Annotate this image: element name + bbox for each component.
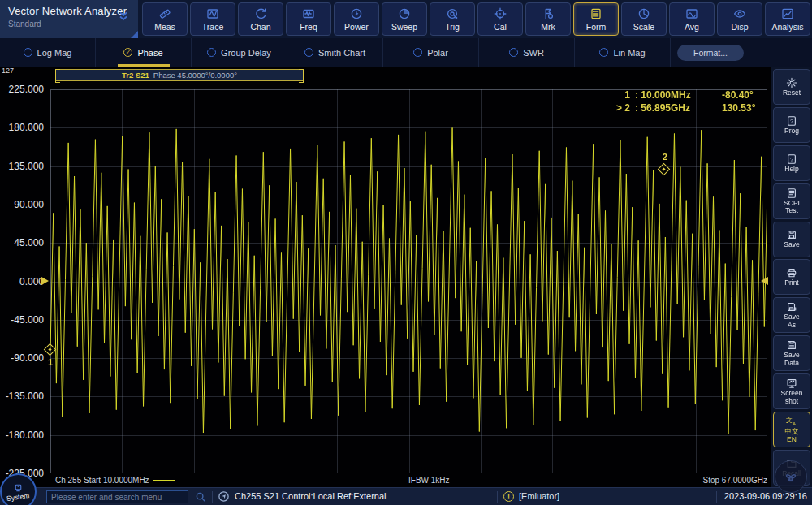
y-tick-label: -180.000 xyxy=(6,429,44,441)
toolbar-button-mrk[interactable]: Mrk xyxy=(525,2,571,36)
toolbar-button-scale[interactable]: Scale xyxy=(621,2,667,36)
toolbar-button-cal[interactable]: Cal xyxy=(477,2,523,36)
toolbar-button-form[interactable]: Form xyxy=(573,2,619,36)
chevron-double-down-icon[interactable] xyxy=(117,10,130,23)
status-bar: System Ch255 S21 Control:Local Ref:Exter… xyxy=(0,487,812,505)
floppy-icon xyxy=(786,229,797,240)
channel-status-text: Ch255 S21 Control:Local Ref:External xyxy=(235,491,387,501)
scale-gauge-icon xyxy=(637,7,650,20)
emulator-warning-icon: ! xyxy=(503,491,514,502)
vna-application-window: Vector Network Analyzer Standard Meas Tr… xyxy=(0,0,812,505)
svg-text:文: 文 xyxy=(786,417,793,424)
format-more-button[interactable]: Format... xyxy=(677,45,744,61)
sidebar-button-save[interactable]: Save xyxy=(773,222,810,257)
sidebar-button-scpi-test[interactable]: SCPI Test xyxy=(773,183,810,219)
scpi-doc-icon xyxy=(786,188,797,199)
svg-text:?: ? xyxy=(790,155,793,162)
search-input[interactable] xyxy=(46,490,188,503)
format-list-icon xyxy=(590,7,603,20)
system-gear-icon xyxy=(13,482,24,493)
format-option-smith-chart[interactable]: Smith Chart xyxy=(287,38,382,67)
format-button-cell: Format... xyxy=(670,38,812,67)
toolbar-button-label: Power xyxy=(344,22,369,32)
statusbar-divider xyxy=(212,491,213,503)
format-option-polar[interactable]: Polar xyxy=(382,38,478,67)
sidebar-button-label: Save xyxy=(784,241,799,249)
toolbar-button-avg[interactable]: Avg xyxy=(669,2,715,36)
marker-readout-number: 1 xyxy=(609,88,633,101)
format-selection-row: Log Mag ✓ Phase Group Delay Smith Chart … xyxy=(0,38,812,67)
phase-trace-canvas[interactable] xyxy=(50,89,767,473)
plot-area[interactable] xyxy=(50,89,767,473)
format-option-label: Smith Chart xyxy=(318,48,365,58)
sidebar-button-reset[interactable]: Reset xyxy=(773,69,810,105)
sidebar-button-save-as[interactable]: Save As xyxy=(773,297,810,333)
format-option-log-mag[interactable]: Log Mag xyxy=(0,38,95,67)
y-tick-label: 45.000 xyxy=(14,237,44,248)
sidebar-button-screen-shot[interactable]: Screen shot xyxy=(773,373,810,409)
marker-readout-value: -80.40° xyxy=(715,88,765,101)
floating-nav-button[interactable] xyxy=(775,460,807,493)
y-tick-label: -135.000 xyxy=(6,391,44,402)
toolbar-button-chan[interactable]: Chan xyxy=(238,2,283,36)
ruler-icon xyxy=(158,7,171,20)
format-option-label: Phase xyxy=(137,48,162,58)
toolbar-button-label: Form xyxy=(586,22,607,32)
radio-icon: ✓ xyxy=(123,48,132,57)
toolbar-button-label: Sweep xyxy=(391,22,417,32)
sidebar-button-label: Prog xyxy=(784,127,799,136)
app-title: Vector Network Analyzer xyxy=(8,5,130,17)
reference-level-triangle-right[interactable] xyxy=(761,277,768,285)
toolbar-button-freq[interactable]: Freq xyxy=(286,2,331,36)
toolbar-button-analysis[interactable]: Analysis xyxy=(765,2,810,36)
app-header[interactable]: Vector Network Analyzer Standard xyxy=(0,0,138,38)
y-tick-label: 0.000 xyxy=(19,276,44,287)
toolbar-button-sweep[interactable]: Sweep xyxy=(382,2,427,36)
format-option-phase[interactable]: ✓ Phase xyxy=(95,38,191,67)
stop-frequency-label: Stop 67.0000GHz xyxy=(703,476,768,485)
sidebar-button-label: SCPI Test xyxy=(784,200,800,215)
format-option-swr[interactable]: SWR xyxy=(478,38,574,67)
trace-id-label: Tr2 S21 xyxy=(122,71,149,80)
y-tick-label: -90.000 xyxy=(11,352,44,364)
display-eye-icon xyxy=(733,7,746,20)
format-option-lin-mag[interactable]: Lin Mag xyxy=(574,38,670,67)
search-icon[interactable] xyxy=(195,491,206,503)
sidebar-button-label: Help xyxy=(784,166,798,174)
format-option-group-delay[interactable]: Group Delay xyxy=(191,38,287,67)
system-button[interactable]: System xyxy=(0,473,37,505)
toolbar-button-meas[interactable]: Meas xyxy=(142,2,188,36)
toolbar-button-power[interactable]: Power xyxy=(334,2,379,36)
sidebar-button-print[interactable]: Print xyxy=(773,259,810,295)
toolbar-button-trig[interactable]: Trig xyxy=(430,2,475,36)
toolbar-button-trace[interactable]: Trace xyxy=(190,2,235,36)
y-tick-label: 180.000 xyxy=(9,122,44,133)
marker-pin-icon xyxy=(542,7,555,20)
sidebar-button-help[interactable]: ? Help xyxy=(773,145,810,181)
radio-icon xyxy=(599,48,608,57)
datetime-display: 2023-09-06 09:29:16 xyxy=(724,491,807,501)
statusbar-divider xyxy=(716,491,717,503)
sidebar-button-中文-en[interactable]: 文A 中文 EN xyxy=(773,412,810,447)
reference-level-triangle-left[interactable] xyxy=(41,277,49,285)
toolbar-button-disp[interactable]: Disp xyxy=(717,2,762,36)
svg-text:?: ? xyxy=(790,117,793,124)
power-bolt-icon xyxy=(350,7,363,20)
frequency-icon xyxy=(302,7,315,20)
radio-icon xyxy=(413,48,422,57)
channel-icon xyxy=(254,7,267,20)
trace-label-bar[interactable]: Tr2 S21 Phase 45.0000°/0.0000° xyxy=(55,69,304,81)
marker-2-label: 2 xyxy=(663,152,667,162)
app-mode-label: Standard xyxy=(8,19,130,28)
top-toolbar: Vector Network Analyzer Standard Meas Tr… xyxy=(0,0,812,38)
trace-wave-icon xyxy=(206,7,219,20)
format-option-label: Group Delay xyxy=(221,48,271,58)
sidebar-button-label: 中文 EN xyxy=(785,428,799,443)
system-button-label: System xyxy=(6,491,30,503)
format-option-label: Polar xyxy=(427,48,448,58)
sidebar-button-label: Print xyxy=(784,279,798,287)
toolbar-button-label: Cal xyxy=(494,22,507,32)
sidebar-button-prog[interactable]: ? Prog xyxy=(773,107,810,143)
toolbar-button-label: Meas xyxy=(154,22,175,32)
sidebar-button-save-data[interactable]: Save Data xyxy=(773,335,810,371)
